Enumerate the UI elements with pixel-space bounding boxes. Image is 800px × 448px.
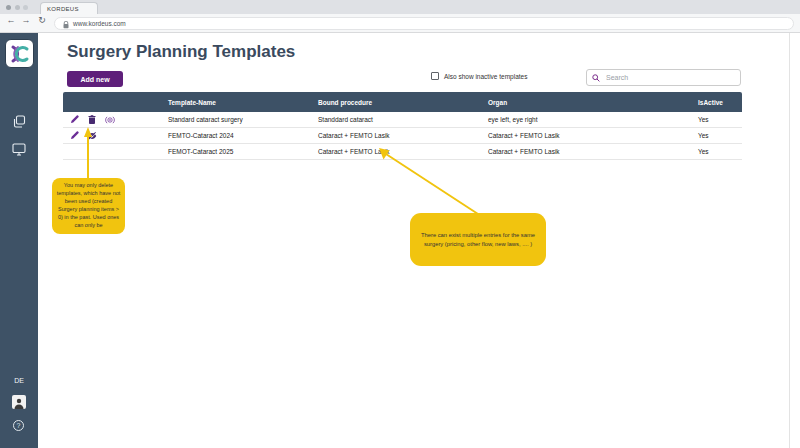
tab-title: KORDEUS bbox=[47, 6, 79, 12]
browser-toolbar: ← → ↻ www.kordeus.com bbox=[0, 14, 800, 33]
monitor-icon[interactable] bbox=[0, 143, 38, 156]
inactive-templates-toggle: Also show inactive templates bbox=[431, 72, 527, 80]
browser-tab[interactable]: KORDEUS bbox=[40, 2, 98, 14]
column-template-name: Template-Name bbox=[168, 99, 318, 106]
pages-icon[interactable] bbox=[0, 115, 38, 128]
table-header-row: Template-Name Bound procedure Organ IsAc… bbox=[63, 92, 742, 112]
cell-template-name: FEMTO-Cataract 2024 bbox=[168, 132, 318, 139]
eye-off-icon[interactable] bbox=[87, 131, 97, 141]
templates-table: Template-Name Bound procedure Organ IsAc… bbox=[63, 92, 742, 160]
copy-template-icon[interactable] bbox=[105, 115, 115, 125]
content-right-divider bbox=[789, 33, 790, 448]
back-icon[interactable]: ← bbox=[5, 15, 17, 25]
browser-tab-strip: KORDEUS bbox=[0, 0, 800, 14]
window-minimize-button[interactable] bbox=[15, 5, 20, 10]
forward-icon[interactable]: → bbox=[20, 15, 32, 25]
window-controls bbox=[6, 5, 28, 10]
logo-icon bbox=[9, 43, 31, 65]
app-window: KORDEUS ← → ↻ www.kordeus.com DE bbox=[0, 0, 800, 448]
magnifier-icon bbox=[592, 74, 600, 82]
add-new-button[interactable]: Add new bbox=[67, 71, 123, 87]
help-icon[interactable]: ? bbox=[13, 420, 24, 431]
sidebar: DE ? bbox=[0, 33, 38, 448]
table-row: FEMTO-Cataract 2024 Cataract + FEMTO Las… bbox=[63, 128, 742, 144]
cell-bound-procedure: Standdard cataract bbox=[318, 116, 488, 123]
url-text: www.kordeus.com bbox=[73, 20, 126, 27]
pencil-icon[interactable] bbox=[69, 131, 79, 141]
search-input[interactable] bbox=[604, 73, 724, 82]
cell-organ: Cataract + FEMTO Lasik bbox=[488, 132, 698, 139]
language-indicator[interactable]: DE bbox=[0, 377, 38, 384]
column-bound-procedure: Bound procedure bbox=[318, 99, 488, 106]
refresh-icon[interactable]: ↻ bbox=[36, 15, 48, 25]
person-icon bbox=[14, 398, 24, 409]
table-row: FEMOT-Cataract 2025 Cataract + FEMTO Las… bbox=[63, 144, 742, 160]
cell-isactive: Yes bbox=[698, 132, 742, 139]
column-isactive: IsActive bbox=[698, 99, 742, 106]
table-row: Standard cataract surgery Standdard cata… bbox=[63, 112, 742, 128]
row-actions bbox=[63, 131, 168, 141]
row-actions bbox=[63, 115, 168, 125]
multiple-entries-callout: There can exist multiple entries for the… bbox=[410, 213, 546, 266]
inactive-templates-checkbox[interactable] bbox=[431, 72, 439, 80]
cell-bound-procedure: Cataract + FEMTO Lasik bbox=[318, 148, 488, 155]
column-organ: Organ bbox=[488, 99, 698, 106]
url-bar[interactable]: www.kordeus.com bbox=[54, 17, 794, 30]
window-maximize-button[interactable] bbox=[23, 5, 28, 10]
window-close-button[interactable] bbox=[6, 5, 11, 10]
kordeus-logo[interactable] bbox=[5, 39, 34, 68]
inactive-templates-label: Also show inactive templates bbox=[444, 73, 527, 80]
delete-note-callout: You may only delete templates, which hav… bbox=[52, 178, 125, 234]
cell-template-name: Standard cataract surgery bbox=[168, 116, 318, 123]
padlock-icon bbox=[63, 15, 69, 33]
cell-isactive: Yes bbox=[698, 148, 742, 155]
search-box bbox=[586, 69, 741, 86]
user-avatar[interactable] bbox=[12, 395, 26, 409]
cell-template-name: FEMOT-Cataract 2025 bbox=[168, 148, 318, 155]
trash-icon[interactable] bbox=[87, 115, 97, 125]
pencil-icon[interactable] bbox=[69, 115, 79, 125]
cell-organ: eye left, eye right bbox=[488, 116, 698, 123]
cell-organ: Cataract + FEMTO Lasik bbox=[488, 148, 698, 155]
page-title: Surgery Planning Templates bbox=[67, 42, 295, 62]
cell-bound-procedure: Cataract + FEMTO Lasik bbox=[318, 132, 488, 139]
cell-isactive: Yes bbox=[698, 116, 742, 123]
